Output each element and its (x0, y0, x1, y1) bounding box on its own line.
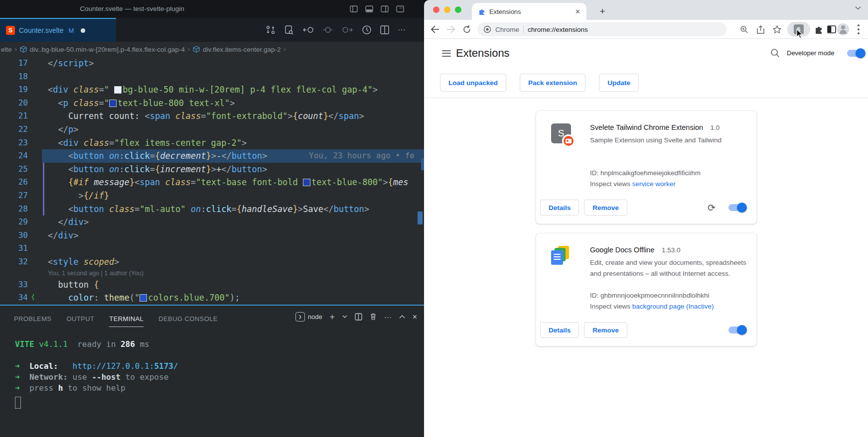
omnibox[interactable]: Chrome chrome://extensions (477, 22, 726, 36)
service-worker-link[interactable]: service worker (632, 180, 676, 188)
profile-avatar[interactable] (837, 23, 849, 35)
previous-change-icon[interactable] (302, 25, 314, 35)
tab-problems[interactable]: PROBLEMS (14, 315, 51, 323)
unsaved-dot-icon[interactable] (81, 28, 85, 33)
compare-changes-icon[interactable] (266, 25, 276, 35)
pack-extension-button[interactable]: Pack extension (520, 74, 585, 92)
bookmark-star-icon[interactable] (771, 23, 783, 35)
header-divider (424, 98, 868, 98)
breadcrumb-item[interactable]: div.flex.items-center.gap-2 (203, 46, 281, 53)
breadcrumb-prefix[interactable]: elte (1, 46, 12, 53)
line-number[interactable]: 34 (0, 291, 28, 305)
launch-profile-chevron-icon[interactable] (342, 315, 347, 319)
next-change-icon[interactable] (341, 25, 353, 35)
editor-tab-bar: S Counter.svelte M ··· (0, 18, 424, 42)
forward-icon[interactable] (445, 23, 457, 35)
timeline-icon[interactable] (362, 25, 372, 35)
side-panel-icon[interactable] (826, 23, 838, 35)
line-number[interactable]: 24 (0, 149, 28, 163)
line-number[interactable]: 29 (0, 216, 28, 229)
kill-terminal-icon[interactable] (370, 313, 377, 321)
split-terminal-icon[interactable] (355, 313, 362, 321)
line-number[interactable]: 26 (0, 176, 28, 189)
toggle-sidebar-icon[interactable] (350, 5, 358, 12)
extensions-puzzle-icon[interactable] (813, 23, 825, 35)
vscode-titlebar: Counter.svelte — test-svelte-plugin (0, 0, 424, 18)
tab-output[interactable]: OUTPUT (66, 315, 94, 323)
terminal-output[interactable]: VITE v4.1.1 ready in 286 ms ➜ Local: htt… (0, 327, 424, 394)
tab-search-chevron-icon[interactable] (855, 6, 861, 10)
background-page-link[interactable]: background page (Inactive) (632, 303, 714, 310)
more-actions-icon[interactable]: ··· (398, 25, 406, 34)
tab-counter-svelte[interactable]: S Counter.svelte M (0, 18, 116, 42)
extension-badge-icon (562, 134, 575, 147)
remove-button[interactable]: Remove (584, 322, 627, 338)
line-number[interactable]: 21 (0, 109, 28, 123)
panel-more-icon[interactable]: ··· (384, 313, 392, 321)
details-button[interactable]: Details (540, 200, 579, 216)
developer-mode-toggle[interactable] (847, 50, 864, 57)
back-icon[interactable] (429, 23, 441, 35)
line-number[interactable]: 20 (0, 97, 28, 110)
line-number[interactable]: 31 (0, 242, 28, 255)
menu-hamburger-icon[interactable] (442, 48, 451, 58)
extension-enabled-toggle[interactable] (728, 204, 745, 211)
code-line: 33 button { (0, 278, 424, 292)
inspect-views-label: Inspect views (590, 303, 630, 310)
code-line: 22 </p> (0, 123, 424, 136)
line-number[interactable]: 25 (0, 163, 28, 176)
toggle-panel-icon[interactable] (365, 5, 373, 12)
customize-layout-icon[interactable] (396, 5, 404, 12)
line-number[interactable]: 18 (0, 70, 28, 84)
scrollbar-decoration[interactable] (418, 212, 423, 224)
site-info-icon[interactable] (483, 25, 491, 33)
close-panel-icon[interactable]: × (413, 313, 417, 321)
macos-minimize-button[interactable] (444, 6, 450, 13)
details-button[interactable]: Details (540, 322, 579, 338)
share-icon[interactable] (754, 23, 766, 35)
tab-terminal[interactable]: TERMINAL (109, 315, 144, 327)
breadcrumb[interactable]: elte › div..bg-blue-50.min-w-[20rem].p-4… (0, 42, 424, 57)
extension-enabled-toggle[interactable] (728, 327, 745, 333)
macos-zoom-button[interactable] (455, 6, 461, 13)
codelens-blame[interactable]: You, 1 second ago | 1 author (You) (0, 269, 424, 278)
color-decorator-swatch[interactable] (114, 86, 122, 94)
line-number[interactable]: 23 (0, 136, 28, 150)
line-number[interactable]: 30 (0, 229, 28, 242)
toggle-secondary-sidebar-icon[interactable] (381, 5, 389, 12)
tab-debug-console[interactable]: DEBUG CONSOLE (158, 315, 218, 323)
browser-tab-extensions[interactable]: Extensions ✕ (472, 3, 586, 20)
color-decorator-swatch[interactable] (140, 294, 147, 302)
zoom-icon[interactable] (738, 23, 750, 35)
line-number[interactable]: 22 (0, 123, 28, 136)
new-terminal-icon[interactable]: + (330, 313, 335, 321)
extension-id: ID: ghbmnnjooekpmoecnnnilnnbdlolhkhi (590, 290, 714, 301)
reload-extension-icon[interactable]: ⟳ (708, 203, 716, 213)
current-change-icon[interactable] (323, 25, 333, 35)
reload-icon[interactable] (461, 23, 473, 35)
color-decorator-swatch[interactable] (303, 179, 310, 186)
remove-button[interactable]: Remove (584, 200, 627, 216)
macos-close-button[interactable] (433, 6, 439, 13)
maximize-panel-icon[interactable] (399, 315, 405, 319)
tab-close-icon[interactable]: ✕ (575, 8, 580, 15)
new-tab-button[interactable]: + (595, 4, 609, 18)
color-decorator-swatch[interactable] (109, 100, 117, 107)
update-button[interactable]: Update (599, 74, 639, 92)
line-number[interactable]: 19 (0, 83, 28, 97)
open-preview-icon[interactable] (284, 25, 294, 35)
line-number[interactable]: 33 (0, 278, 28, 292)
code-editor[interactable]: 17</script>1819<div class=" bg-blue-50 m… (0, 57, 424, 305)
editor-panel-sash[interactable] (0, 305, 424, 306)
line-number[interactable]: 28 (0, 203, 28, 216)
line-number[interactable]: 27 (0, 189, 28, 203)
line-number[interactable]: 17 (0, 57, 28, 70)
chrome-menu-icon[interactable]: ••• (856, 23, 862, 35)
search-icon[interactable] (770, 48, 780, 58)
split-editor-icon[interactable] (380, 25, 389, 34)
url-text[interactable]: chrome://extensions (528, 26, 588, 33)
line-number[interactable]: 32 (0, 255, 28, 269)
breadcrumb-item[interactable]: div..bg-blue-50.min-w-[20rem].p-4.flex.f… (30, 46, 185, 53)
load-unpacked-button[interactable]: Load unpacked (440, 74, 506, 92)
terminal-shell-selector[interactable]: ❯ node (295, 312, 322, 322)
